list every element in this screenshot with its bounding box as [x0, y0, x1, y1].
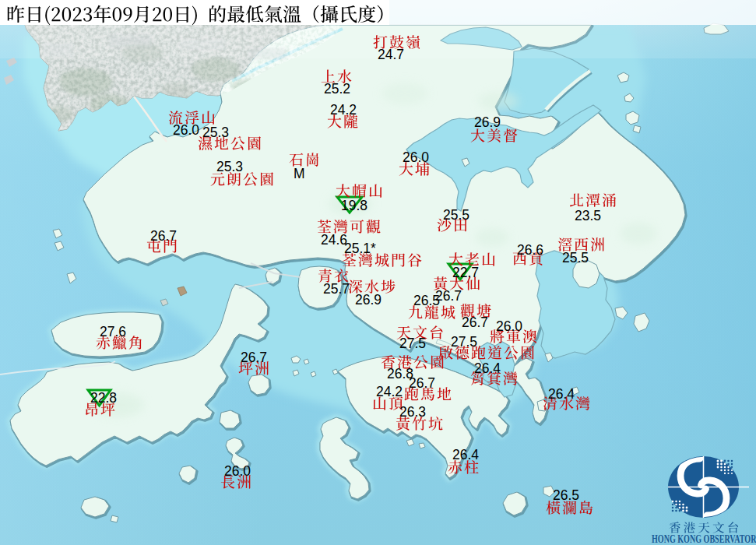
svg-text:26.0: 26.0 — [173, 122, 199, 138]
svg-text:22.8: 22.8 — [90, 390, 117, 406]
svg-text:25.2: 25.2 — [324, 81, 350, 97]
svg-text:M: M — [294, 166, 305, 181]
svg-text:26.5: 26.5 — [413, 293, 440, 308]
svg-text:26.7: 26.7 — [462, 315, 488, 330]
svg-text:26.5: 26.5 — [553, 487, 579, 503]
svg-text:24.2: 24.2 — [330, 102, 357, 118]
svg-text:26.6: 26.6 — [517, 242, 543, 258]
svg-text:26.0: 26.0 — [496, 318, 522, 334]
svg-text:26.4: 26.4 — [548, 386, 575, 402]
svg-text:27.6: 27.6 — [100, 324, 126, 339]
svg-text:25.1*: 25.1* — [344, 241, 376, 256]
svg-text:26.4: 26.4 — [474, 360, 501, 376]
svg-text:22.7: 22.7 — [452, 265, 479, 280]
svg-text:26.7: 26.7 — [150, 228, 177, 244]
svg-text:26.9: 26.9 — [355, 292, 382, 308]
svg-text:26.7: 26.7 — [409, 375, 435, 391]
svg-text:19.8: 19.8 — [341, 198, 367, 213]
svg-text:24.2: 24.2 — [376, 384, 403, 399]
svg-text:25.5: 25.5 — [443, 207, 469, 223]
svg-text:24.7: 24.7 — [378, 47, 404, 62]
svg-text:26.9: 26.9 — [474, 114, 501, 130]
svg-text:27.5: 27.5 — [451, 334, 477, 350]
svg-text:24.6: 24.6 — [321, 232, 347, 248]
svg-text:23.5: 23.5 — [575, 208, 601, 223]
svg-text:25.5: 25.5 — [562, 250, 589, 265]
svg-text:25.3: 25.3 — [216, 159, 243, 174]
svg-text:HONG KONG OBSERVATORY: HONG KONG OBSERVATORY — [652, 533, 756, 545]
svg-text:27.5: 27.5 — [399, 336, 426, 351]
svg-text:26.4: 26.4 — [452, 447, 479, 462]
svg-text:25.7: 25.7 — [323, 281, 350, 297]
svg-text:25.3: 25.3 — [202, 125, 229, 140]
svg-text:26.7: 26.7 — [241, 350, 267, 365]
svg-text:26.0: 26.0 — [403, 149, 429, 165]
svg-text:26.3: 26.3 — [399, 404, 426, 420]
svg-text:26.0: 26.0 — [224, 463, 251, 479]
